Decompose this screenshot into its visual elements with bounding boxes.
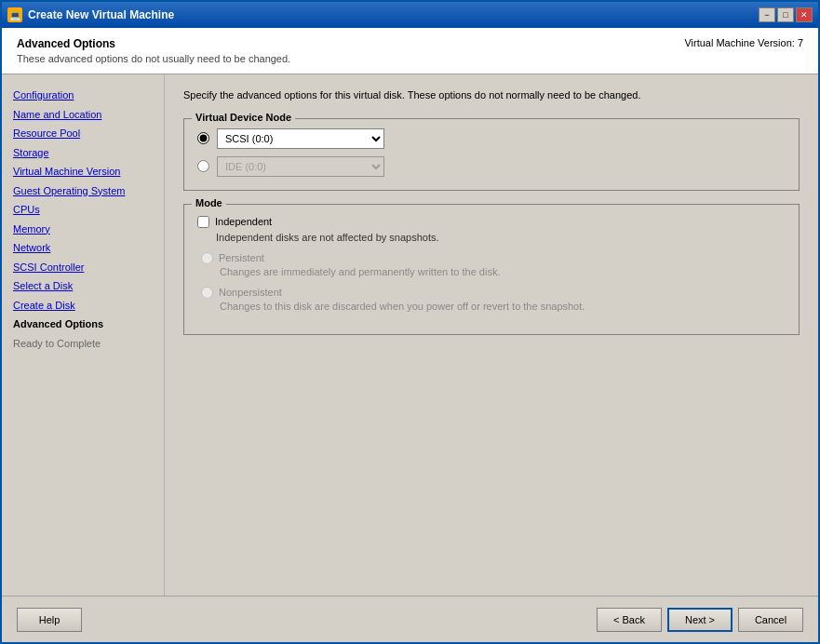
sidebar: Configuration Name and Location Resource… <box>2 74 165 596</box>
ide-option-row: IDE (0:0) <box>197 156 786 177</box>
window-title: Create New Virtual Machine <box>28 8 753 21</box>
sidebar-item-ready-to-complete: Ready to Complete <box>11 334 155 354</box>
cancel-button[interactable]: Cancel <box>738 608 803 632</box>
independent-desc: Independent disks are not affected by sn… <box>216 232 786 243</box>
footer: Help < Back Next > Cancel <box>2 596 818 642</box>
sidebar-item-select-a-disk[interactable]: Select a Disk <box>11 276 155 296</box>
sidebar-item-network[interactable]: Network <box>11 238 155 258</box>
header-area: Advanced Options These advanced options … <box>2 28 818 74</box>
window-icon: 💻 <box>7 7 22 22</box>
sidebar-item-memory[interactable]: Memory <box>11 220 155 239</box>
sidebar-item-virtual-machine-version[interactable]: Virtual Machine Version <box>11 162 155 181</box>
minimize-button[interactable]: − <box>759 7 775 22</box>
sidebar-item-storage[interactable]: Storage <box>11 143 155 163</box>
virtual-device-node-group: Virtual Device Node SCSI (0:0) IDE (0:0) <box>183 118 800 191</box>
header-description: These advanced options do not usually ne… <box>17 53 290 64</box>
sidebar-item-resource-pool[interactable]: Resource Pool <box>11 124 155 143</box>
scsi-dropdown[interactable]: SCSI (0:0) <box>217 128 384 149</box>
sidebar-item-create-a-disk[interactable]: Create a Disk <box>11 296 155 315</box>
scsi-radio[interactable] <box>197 132 209 144</box>
nonpersistent-option-row: Nonpersistent <box>201 287 786 299</box>
sidebar-item-advanced-options: Advanced Options <box>11 315 155 334</box>
right-panel: Specify the advanced options for this vi… <box>165 74 818 596</box>
intro-text: Specify the advanced options for this vi… <box>183 87 800 103</box>
independent-checkbox[interactable] <box>197 216 209 228</box>
persistent-label: Persistent <box>219 252 264 263</box>
window-controls: − □ ✕ <box>759 7 813 22</box>
ide-radio[interactable] <box>197 160 209 172</box>
sidebar-item-name-and-location[interactable]: Name and Location <box>11 105 155 125</box>
main-window: 💻 Create New Virtual Machine − □ ✕ Advan… <box>0 0 820 644</box>
next-button[interactable]: Next > <box>667 608 733 632</box>
footer-left: Help <box>17 608 82 632</box>
scsi-option-row: SCSI (0:0) <box>197 128 786 149</box>
back-button[interactable]: < Back <box>597 608 662 632</box>
persistent-radio[interactable] <box>201 252 213 264</box>
close-button[interactable]: ✕ <box>796 7 813 22</box>
independent-label: Independent <box>215 216 272 227</box>
persistent-option-row: Persistent <box>201 252 786 264</box>
header-left: Advanced Options These advanced options … <box>17 37 290 64</box>
vm-version-label: Virtual Machine Version: 7 <box>684 37 803 48</box>
title-bar: 💻 Create New Virtual Machine − □ ✕ <box>2 2 818 28</box>
nonpersistent-label: Nonpersistent <box>219 287 282 298</box>
maximize-button[interactable]: □ <box>777 7 794 22</box>
sidebar-item-cpus[interactable]: CPUs <box>11 200 155 220</box>
main-content: Configuration Name and Location Resource… <box>2 74 818 596</box>
independent-checkbox-row: Independent <box>197 216 786 228</box>
mode-group: Mode Independent Independent disks are n… <box>183 204 800 335</box>
mode-legend: Mode <box>192 197 226 208</box>
vdn-legend: Virtual Device Node <box>192 112 295 123</box>
sidebar-item-scsi-controller[interactable]: SCSI Controller <box>11 258 155 277</box>
nonpersistent-radio[interactable] <box>201 287 213 299</box>
sidebar-item-guest-operating-system[interactable]: Guest Operating System <box>11 181 155 201</box>
footer-right: < Back Next > Cancel <box>597 608 803 632</box>
nonpersistent-desc: Changes to this disk are discarded when … <box>220 301 786 312</box>
ide-dropdown[interactable]: IDE (0:0) <box>217 156 384 177</box>
persistent-desc: Changes are immediately and permanently … <box>220 266 786 277</box>
sidebar-item-configuration[interactable]: Configuration <box>11 86 155 105</box>
header-title: Advanced Options <box>17 37 290 50</box>
help-button[interactable]: Help <box>17 608 82 632</box>
